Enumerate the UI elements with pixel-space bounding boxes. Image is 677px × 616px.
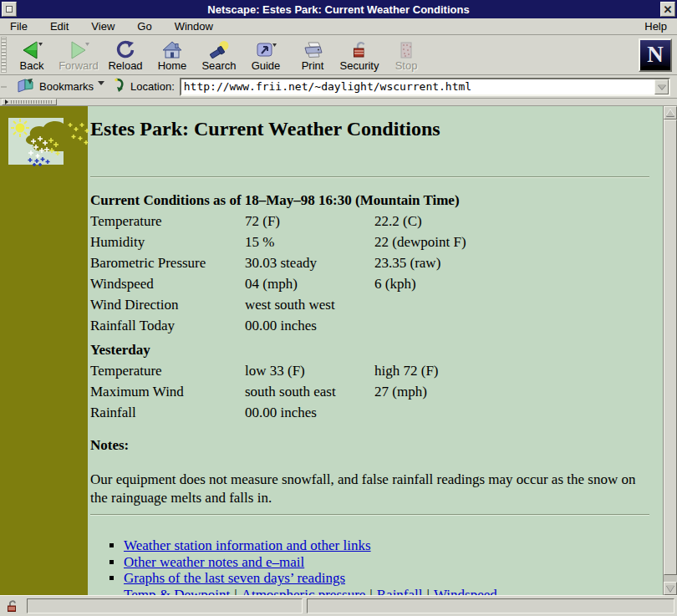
location-input[interactable] xyxy=(181,79,654,94)
window-menu-button[interactable] xyxy=(2,2,17,17)
forward-label: Forward xyxy=(59,60,99,72)
home-label: Home xyxy=(158,60,187,72)
row-value xyxy=(374,315,649,336)
security-status-button[interactable] xyxy=(3,598,23,614)
notes-header: Notes: xyxy=(90,435,649,456)
search-icon xyxy=(207,38,231,60)
row-label: Maximum Wind xyxy=(90,381,245,402)
row-label: Temperature xyxy=(90,360,245,381)
window-menu-icon xyxy=(6,6,13,13)
menu-file[interactable]: File xyxy=(10,20,28,33)
location-bar: Bookmarks Location: xyxy=(0,75,677,99)
divider xyxy=(90,176,649,178)
row-label: Humidity xyxy=(90,232,245,252)
location-label: Location: xyxy=(130,80,175,93)
reload-icon xyxy=(115,38,136,60)
row-label: Rainfall Today xyxy=(90,315,245,336)
security-button[interactable]: Security xyxy=(336,35,383,74)
row-value: west south west xyxy=(245,294,374,315)
forward-button[interactable]: Forward xyxy=(55,35,102,74)
scroll-down-icon xyxy=(666,585,674,592)
table-row: Barometric Pressure 30.03 steady 23.35 (… xyxy=(90,252,649,273)
menu-view[interactable]: View xyxy=(91,20,115,33)
row-value: 23.35 (raw) xyxy=(374,252,649,273)
toolbar-collapse-tab[interactable] xyxy=(2,99,57,105)
location-dropdown-button[interactable] xyxy=(654,79,669,94)
titlebar: Netscape: Estes Park: Current Weather Co… xyxy=(0,0,677,18)
collapsed-toolbar-strip xyxy=(0,99,677,106)
separator: | xyxy=(427,587,430,596)
location-icon[interactable] xyxy=(113,78,126,95)
menu-help[interactable]: Help xyxy=(644,20,667,33)
status-message-panel xyxy=(27,598,303,613)
search-label: Search xyxy=(201,60,236,72)
scrollbar-trough[interactable] xyxy=(664,575,677,582)
table-row: Rainfall 00.00 inches xyxy=(90,402,649,423)
row-value: 22 (dewpoint F) xyxy=(374,232,649,252)
link-atmospheric-pressure[interactable]: Atmospheric pressure xyxy=(242,587,366,596)
location-bar-grip[interactable] xyxy=(1,86,7,88)
bookmarks-label: Bookmarks xyxy=(39,80,94,93)
row-value: low 33 (F) xyxy=(245,360,374,381)
toolbar-grip[interactable] xyxy=(1,37,7,73)
row-value: high 72 (F) xyxy=(374,360,649,381)
weather-logo-image xyxy=(8,116,92,172)
row-value: 00.00 inches xyxy=(245,315,374,336)
print-button[interactable]: Print xyxy=(289,35,336,74)
bookmarks-icon xyxy=(17,78,35,95)
link-rainfall[interactable]: Rainfall xyxy=(377,587,423,596)
table-row: Temperature low 33 (F) high 72 (F) xyxy=(90,360,649,381)
home-button[interactable]: Home xyxy=(149,35,196,74)
location-field xyxy=(180,78,670,96)
row-value: 27 (mph) xyxy=(374,381,649,402)
search-button[interactable]: Search xyxy=(196,35,242,74)
list-item: Other weather notes and e–mail xyxy=(90,554,649,571)
link-temp-dewpoint[interactable]: Temp & Dewpoint xyxy=(124,587,230,596)
forward-icon xyxy=(67,38,90,60)
reload-label: Reload xyxy=(108,60,142,72)
back-button[interactable]: Back xyxy=(8,35,55,74)
link-windspeed[interactable]: Windspeed xyxy=(434,587,497,596)
guide-button[interactable]: Guide xyxy=(242,35,289,74)
chevron-down-icon xyxy=(658,84,666,89)
grip-dots xyxy=(11,100,53,104)
row-value: 6 (kph) xyxy=(374,273,649,294)
link-weather-notes[interactable]: Other weather notes and e–mail xyxy=(124,554,304,571)
menu-go[interactable]: Go xyxy=(137,20,151,33)
status-bar xyxy=(0,595,677,616)
menu-window[interactable]: Window xyxy=(175,20,213,33)
netscape-logo[interactable]: N xyxy=(639,38,672,72)
window-close-button[interactable]: ✕ xyxy=(660,2,675,17)
vertical-scrollbar xyxy=(663,106,677,595)
unlocked-padlock-icon xyxy=(6,599,19,613)
reload-button[interactable]: Reload xyxy=(102,35,149,74)
row-value: 00.00 inches xyxy=(245,402,374,423)
row-value: 04 (mph) xyxy=(245,273,374,294)
notes-paragraph: Our equipment does not measure snowfall,… xyxy=(90,471,654,507)
menu-edit[interactable]: Edit xyxy=(50,20,69,33)
navigation-toolbar: Back Forward Reload xyxy=(0,35,677,75)
scrollbar-thumb[interactable] xyxy=(664,120,677,575)
graph-links-row: Temp & Dewpoint|Atmospheric pressure|Rai… xyxy=(124,587,649,596)
scroll-down-button[interactable] xyxy=(664,582,677,595)
separator: | xyxy=(234,587,237,596)
outer-yellow-sparkles xyxy=(69,123,89,145)
security-icon xyxy=(349,38,370,60)
bookmarks-dropdown-icon xyxy=(98,81,104,85)
bookmarks-button[interactable]: Bookmarks xyxy=(13,77,108,96)
browser-viewport: Estes Park: Current Weather Conditions C… xyxy=(0,106,677,595)
link-station-info[interactable]: Weather station information and other li… xyxy=(124,537,371,554)
page-content: Estes Park: Current Weather Conditions C… xyxy=(88,106,663,595)
row-value: south south east xyxy=(245,381,374,402)
list-item: Graphs of the last seven days’ readings xyxy=(90,570,649,587)
row-label: Windspeed xyxy=(90,273,245,294)
stop-button[interactable]: Stop xyxy=(383,35,430,74)
table-row: Humidity 15 % 22 (dewpoint F) xyxy=(90,232,649,252)
scroll-up-button[interactable] xyxy=(664,106,677,120)
link-graphs[interactable]: Graphs of the last seven days’ readings xyxy=(124,570,345,587)
row-value: 30.03 steady xyxy=(245,252,374,273)
guide-icon xyxy=(254,38,277,60)
guide-label: Guide xyxy=(252,60,281,72)
list-bullet xyxy=(109,543,114,547)
web-page: Estes Park: Current Weather Conditions C… xyxy=(0,106,663,595)
